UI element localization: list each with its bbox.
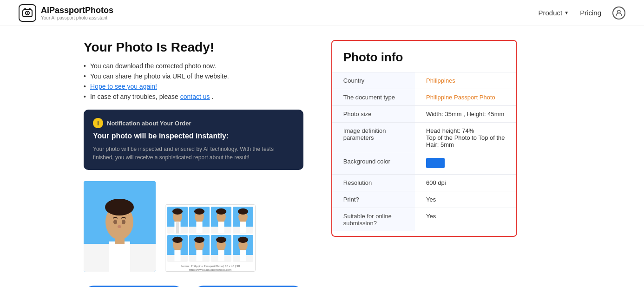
nav-product[interactable]: Product ▼ [539, 9, 569, 17]
photo-info-title: Photo info [332, 50, 516, 72]
nav-pricing[interactable]: Pricing [580, 9, 601, 17]
photo-previews: Format: Philippine Passport Photo | 35 x… [84, 181, 303, 272]
photo-info-table: Country Philippines The document type Ph… [332, 72, 516, 231]
bullet-item-2: You can share the photo via URL of the w… [84, 72, 303, 80]
svg-rect-8 [109, 241, 130, 272]
chevron-down-icon: ▼ [564, 10, 569, 15]
svg-point-16 [172, 209, 183, 215]
header-nav: Product ▼ Pricing [539, 7, 625, 20]
photo-sheet-label: Format: Philippine Passport Photo | 35 x… [165, 264, 255, 272]
passport-photo-sheet: Format: Philippine Passport Photo | 35 x… [165, 204, 256, 272]
page-wrapper: AiPassportPhotos Your AI passport photo … [0, 0, 644, 287]
bullet-list: You can download the corrected photo now… [84, 62, 303, 100]
info-icon: i [93, 118, 103, 128]
svg-rect-30 [174, 250, 180, 261]
bullet-item-4: In case of any troubles, please contact … [84, 93, 303, 100]
table-label: The document type [332, 89, 415, 106]
left-section: Your Photo Is Ready! You can download th… [84, 40, 303, 287]
bullet-item-3: Hope to see you again! [84, 83, 303, 90]
table-value [415, 153, 516, 175]
hope-link[interactable]: Hope to see you again! [90, 83, 157, 90]
svg-point-5 [618, 10, 620, 13]
svg-point-13 [122, 220, 125, 224]
logo-area: AiPassportPhotos Your AI passport photo … [19, 4, 113, 22]
photo-info-card: Photo info Country Philippines The docum… [331, 40, 517, 237]
bullet-item-1: You can download the corrected photo now… [84, 62, 303, 70]
logo-tagline: Your AI passport photo assistant. [41, 15, 113, 20]
table-row: Image definition parameters Head height:… [332, 123, 516, 153]
svg-point-38 [238, 237, 248, 243]
logo-text: AiPassportPhotos Your AI passport photo … [41, 6, 113, 20]
table-row: Print? Yes [332, 191, 516, 208]
svg-rect-4 [29, 8, 31, 10]
table-row: The document type Philippine Passport Ph… [332, 89, 516, 106]
logo-name: AiPassportPhotos [41, 6, 113, 15]
table-label: Resolution [332, 175, 415, 191]
notification-box: i Notification about Your Order Your pho… [84, 110, 303, 170]
table-value: 600 dpi [415, 175, 516, 191]
svg-point-35 [216, 237, 226, 243]
table-label: Image definition parameters [332, 123, 415, 153]
background-color-swatch [426, 158, 445, 168]
svg-rect-21 [196, 222, 202, 233]
svg-rect-27 [240, 222, 246, 233]
main-content: Your Photo Is Ready! You can download th… [0, 26, 644, 287]
notification-header: i Notification about Your Order [93, 118, 294, 128]
table-label: Background color [332, 153, 415, 175]
table-value: Yes [415, 208, 516, 232]
logo-icon [19, 4, 36, 22]
svg-rect-18 [176, 222, 179, 233]
svg-point-29 [172, 237, 183, 243]
user-account-icon[interactable] [612, 7, 625, 20]
svg-rect-24 [218, 222, 224, 233]
table-row: Resolution 600 dpi [332, 175, 516, 191]
table-label: Suitable for online submission? [332, 208, 415, 232]
passport-photo-single [84, 181, 156, 272]
header: AiPassportPhotos Your AI passport photo … [0, 0, 644, 26]
contact-us-link[interactable]: contact us [180, 93, 210, 100]
svg-point-2 [27, 12, 28, 13]
svg-point-20 [194, 209, 204, 215]
svg-point-32 [194, 237, 204, 243]
svg-rect-36 [218, 250, 224, 261]
table-row: Photo size Width: 35mm , Height: 45mm [332, 106, 516, 123]
table-row: Suitable for online submission? Yes [332, 208, 516, 232]
table-row: Country Philippines [332, 72, 516, 89]
svg-point-23 [216, 209, 226, 215]
page-title: Your Photo Is Ready! [84, 40, 303, 55]
table-label: Photo size [332, 106, 415, 123]
table-label: Country [332, 72, 415, 89]
right-section: Photo info Country Philippines The docum… [331, 40, 517, 287]
notification-body: Your photo will be inspected and ensured… [93, 145, 294, 162]
notification-subtitle: Your photo will be inspected instantly: [93, 132, 294, 140]
table-row: Background color [332, 153, 516, 175]
svg-rect-33 [196, 250, 202, 261]
svg-rect-39 [240, 250, 246, 261]
svg-point-12 [113, 220, 117, 224]
notification-title: Notification about Your Order [107, 120, 191, 127]
table-value: Philippine Passport Photo [415, 89, 516, 106]
svg-point-14 [118, 225, 121, 228]
svg-point-26 [238, 209, 248, 215]
table-value: Yes [415, 191, 516, 208]
page-inner: AiPassportPhotos Your AI passport photo … [0, 0, 644, 287]
svg-point-11 [105, 199, 134, 215]
table-value: Philippines [415, 72, 516, 89]
table-label: Print? [332, 191, 415, 208]
table-value: Head height: 74%Top of the Photo to Top … [415, 123, 516, 153]
table-value: Width: 35mm , Height: 45mm [415, 106, 516, 123]
svg-rect-3 [24, 8, 26, 10]
